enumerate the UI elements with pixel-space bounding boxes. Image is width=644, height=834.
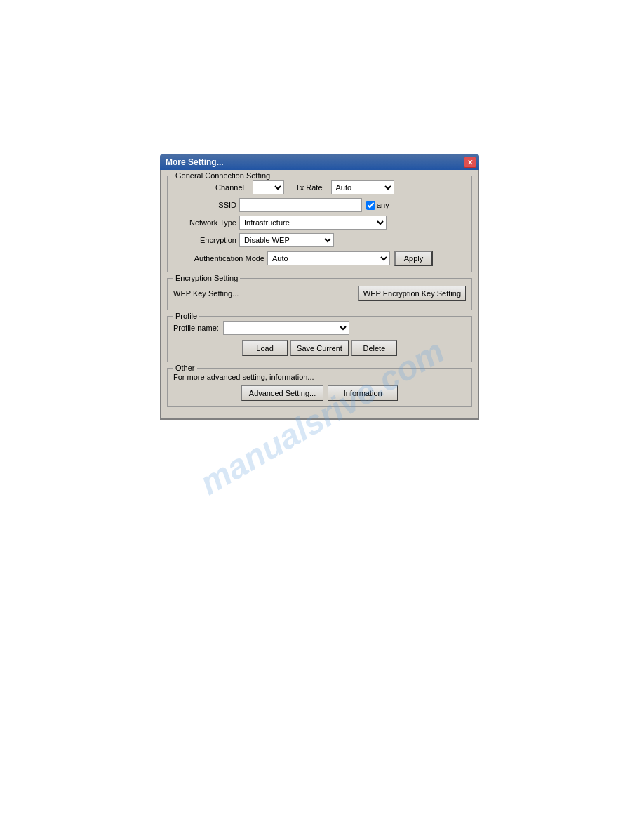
title-bar: More Setting... ✕ xyxy=(160,154,479,170)
general-section-label: General Connection Setting xyxy=(173,171,272,180)
other-section-label: Other xyxy=(173,364,197,372)
wep-encryption-button[interactable]: WEP Encryption Key Setting xyxy=(358,286,466,301)
other-buttons: Advanced Setting... Information xyxy=(173,385,466,401)
auth-select[interactable]: Auto Open System Shared Key xyxy=(267,251,390,265)
any-label: any xyxy=(377,201,389,209)
ssid-label: SSID xyxy=(173,201,236,209)
channel-select[interactable] xyxy=(253,180,284,194)
information-button[interactable]: Information xyxy=(328,385,398,401)
general-connection-section: General Connection Setting Channel Tx Ra… xyxy=(167,176,472,272)
any-checkbox-wrap: any xyxy=(366,201,389,210)
encryption-setting-section: Encryption Setting WEP Key Setting... WE… xyxy=(167,278,472,310)
encryption-section-label: Encryption Setting xyxy=(173,274,240,282)
advanced-setting-button[interactable]: Advanced Setting... xyxy=(241,385,323,401)
encryption-label: Encryption xyxy=(173,236,236,244)
save-current-button[interactable]: Save Current xyxy=(290,340,349,356)
other-description: For more advanced setting, information..… xyxy=(173,373,466,381)
ssid-row: SSID any xyxy=(173,198,466,212)
wep-row: WEP Key Setting... WEP Encryption Key Se… xyxy=(173,283,466,304)
apply-button[interactable]: Apply xyxy=(394,251,433,266)
close-button[interactable]: ✕ xyxy=(464,157,476,168)
networktype-select[interactable]: Infrastructure Ad-Hoc xyxy=(239,216,387,230)
dialog-body: General Connection Setting Channel Tx Ra… xyxy=(160,170,479,420)
ssid-input[interactable] xyxy=(239,198,362,212)
dialog-title: More Setting... xyxy=(166,157,224,167)
profile-section: Profile Profile name: Load Save Current … xyxy=(167,316,472,362)
auth-row: Authentication Mode Auto Open System Sha… xyxy=(173,251,466,266)
wep-key-text: WEP Key Setting... xyxy=(173,289,239,298)
auth-label: Authentication Mode xyxy=(173,254,264,263)
profile-name-row: Profile name: xyxy=(173,321,466,335)
networktype-row: Network Type Infrastructure Ad-Hoc xyxy=(173,216,466,230)
dialog-window: More Setting... ✕ General Connection Set… xyxy=(160,154,479,420)
profile-name-label: Profile name: xyxy=(173,324,219,332)
profile-buttons: Load Save Current Delete xyxy=(173,340,466,356)
profile-name-select[interactable] xyxy=(223,321,349,335)
encryption-row: Encryption Disable WEP WEP WPA WPA2 xyxy=(173,233,466,247)
delete-button[interactable]: Delete xyxy=(351,340,397,356)
profile-section-label: Profile xyxy=(173,312,199,320)
channel-label: Channel xyxy=(215,183,244,192)
txrate-select[interactable]: Auto 1 Mbps 2 Mbps 5.5 Mbps 11 Mbps xyxy=(331,180,394,194)
other-section: Other For more advanced setting, informa… xyxy=(167,368,472,407)
networktype-label: Network Type xyxy=(173,218,236,227)
load-button[interactable]: Load xyxy=(242,340,288,356)
txrate-label: Tx Rate xyxy=(295,183,323,192)
any-checkbox[interactable] xyxy=(366,201,375,210)
channel-txrate-row: Channel Tx Rate Auto 1 Mbps 2 Mbps 5.5 M… xyxy=(173,180,466,194)
encryption-select[interactable]: Disable WEP WEP WPA WPA2 xyxy=(239,233,334,247)
